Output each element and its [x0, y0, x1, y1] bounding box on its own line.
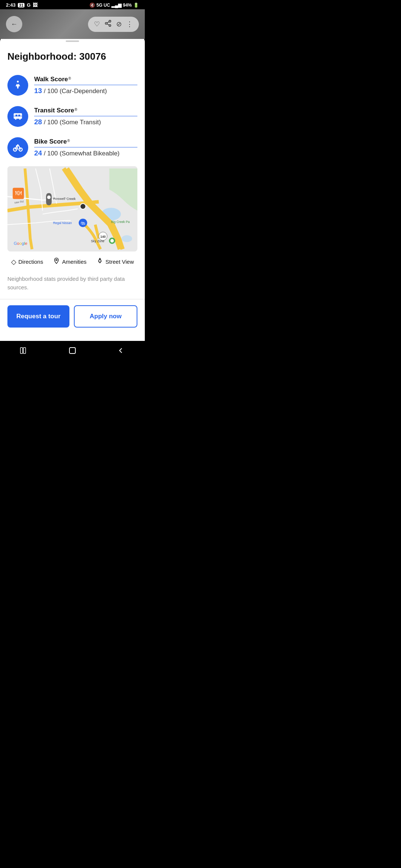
header-actions: ♡ ⊘ ⋮	[88, 17, 139, 32]
time: 2:43	[6, 2, 16, 8]
transit-score-info: Transit Score® 28 / 100 (Some Transit)	[34, 107, 137, 126]
transit-score-icon	[7, 106, 28, 127]
svg-text:Big Creek Pa: Big Creek Pa	[111, 220, 130, 224]
svg-rect-38	[69, 348, 75, 354]
neighborhood-title: Neighborhood: 30076	[0, 45, 145, 70]
calendar-icon: 31	[18, 3, 25, 7]
svg-point-34	[56, 259, 57, 261]
svg-text:Sky Zone: Sky Zone	[91, 239, 104, 243]
back-button[interactable]: ←	[6, 16, 22, 32]
svg-text:140: 140	[100, 235, 105, 239]
svg-point-9	[19, 118, 21, 120]
back-arrow-icon: ←	[11, 20, 17, 28]
heart-icon: ♡	[94, 20, 100, 28]
google-icon: G	[27, 2, 30, 8]
drag-handle-bar	[66, 40, 79, 42]
map-container[interactable]: 🍽 Roswell Creek 🛍 Regal Nissan Big Creek…	[7, 166, 137, 251]
svg-point-17	[121, 235, 132, 242]
svg-point-20	[47, 195, 50, 199]
svg-text:Google: Google	[14, 241, 27, 246]
transit-score-divider	[34, 116, 137, 116]
disclaimer: Neighborhood stats provided by third par…	[0, 272, 145, 299]
svg-point-5	[17, 81, 19, 83]
mute-icon: 🔇	[89, 3, 95, 8]
walk-score-info: Walk Score® 13 / 100 (Car-Dependent)	[34, 76, 137, 95]
home-icon[interactable]	[68, 346, 77, 355]
back-nav-icon[interactable]	[116, 346, 125, 355]
directions-button[interactable]: ◇ Directions	[11, 258, 43, 266]
svg-text:Regal Nissan: Regal Nissan	[53, 221, 72, 225]
bike-score-value: 24 / 100 (Somewhat Bikeable)	[34, 149, 137, 157]
header-image: ← ♡ ⊘ ⋮	[0, 9, 145, 39]
block-icon: ⊘	[116, 20, 122, 28]
street-view-button[interactable]: Street View	[97, 257, 134, 266]
transit-score-label: Transit Score®	[34, 107, 137, 114]
more-icon: ⋮	[126, 20, 133, 28]
recent-apps-icon[interactable]	[20, 347, 29, 354]
bike-score-info: Bike Score® 24 / 100 (Somewhat Bikeable)	[34, 138, 137, 157]
walk-score-item: Walk Score® 13 / 100 (Car-Dependent)	[0, 70, 145, 101]
svg-rect-36	[20, 348, 23, 354]
svg-rect-37	[23, 348, 26, 354]
street-view-icon	[97, 257, 103, 266]
status-left: 2:43 31 G 🖼	[6, 2, 38, 8]
status-right: 🔇 5G UC ▂▄▆ 94% 🔋	[89, 3, 139, 8]
transit-score-item: Transit Score® 28 / 100 (Some Transit)	[0, 101, 145, 132]
nav-bar	[0, 341, 145, 362]
walk-score-label: Walk Score®	[34, 76, 137, 83]
map-actions: ◇ Directions Amenities Street View	[0, 251, 145, 272]
amenities-icon	[53, 257, 60, 266]
walk-score-divider	[34, 85, 137, 85]
photos-icon: 🖼	[33, 2, 38, 8]
svg-point-35	[100, 258, 101, 259]
walk-score-value: 13 / 100 (Car-Dependent)	[34, 87, 137, 95]
bike-score-divider	[34, 147, 137, 148]
apply-now-button[interactable]: Apply now	[74, 305, 137, 328]
amenities-button[interactable]: Amenities	[53, 257, 87, 266]
main-panel: Neighborhood: 30076 Walk Score® 13 / 100…	[0, 36, 145, 341]
bike-score-item: Bike Score® 24 / 100 (Somewhat Bikeable)	[0, 132, 145, 163]
share-icon	[104, 20, 112, 29]
battery-icon: 🔋	[133, 3, 139, 8]
directions-icon: ◇	[11, 258, 16, 266]
status-bar: 2:43 31 G 🖼 🔇 5G UC ▂▄▆ 94% 🔋	[0, 0, 145, 9]
svg-line-4	[107, 22, 109, 23]
transit-score-value: 28 / 100 (Some Transit)	[34, 118, 137, 126]
svg-point-2	[109, 24, 111, 26]
signal-bars-icon: ▂▄▆	[111, 3, 121, 8]
svg-point-31	[110, 239, 114, 242]
block-button[interactable]: ⊘	[116, 20, 122, 28]
svg-rect-7	[14, 113, 22, 117]
battery-text: 94%	[123, 3, 132, 8]
bike-score-icon	[7, 137, 28, 158]
map-svg: 🍽 Roswell Creek 🛍 Regal Nissan Big Creek…	[7, 166, 137, 251]
svg-line-3	[107, 24, 109, 25]
share-button[interactable]	[104, 20, 112, 29]
signal-text: 5G UC	[97, 3, 110, 8]
svg-point-1	[105, 22, 107, 24]
walk-score-icon	[7, 75, 28, 96]
svg-point-0	[109, 20, 111, 22]
svg-point-22	[80, 204, 86, 209]
svg-text:🍽: 🍽	[15, 190, 22, 197]
more-button[interactable]: ⋮	[126, 20, 133, 28]
bottom-buttons: Request a tour Apply now	[0, 299, 145, 333]
bike-score-label: Bike Score®	[34, 138, 137, 145]
request-tour-button[interactable]: Request a tour	[7, 305, 69, 328]
svg-point-14	[17, 144, 19, 146]
favorite-button[interactable]: ♡	[94, 20, 100, 28]
svg-text:Roswell Creek: Roswell Creek	[53, 197, 76, 201]
svg-point-8	[15, 118, 17, 120]
svg-text:🛍: 🛍	[81, 221, 85, 226]
